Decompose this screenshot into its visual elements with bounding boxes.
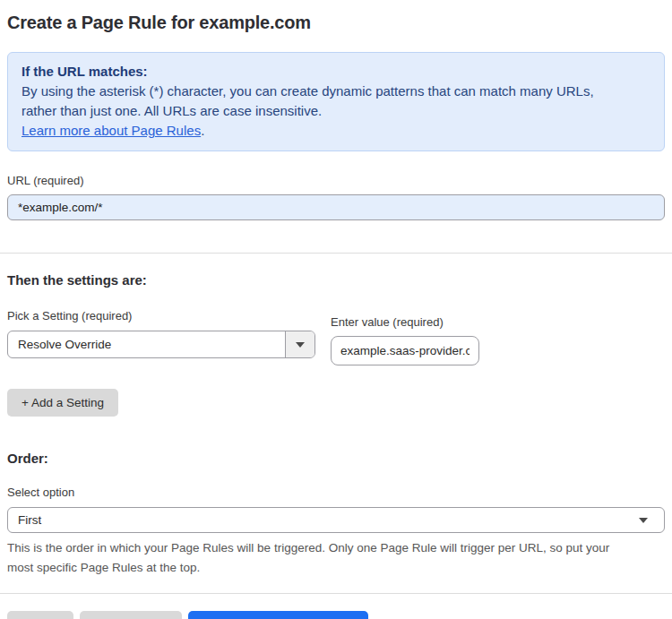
info-box-body-line2: rather than just one. All URLs are case … (22, 101, 650, 121)
order-section-heading: Order: (7, 451, 665, 467)
info-box-body-line1: By using the asterisk (*) character, you… (22, 82, 650, 101)
url-matches-info-box: If the URL matches: By using the asteris… (7, 52, 665, 151)
footer-button-row: Cancel Save as Draft Save and Deploy Pag… (7, 611, 665, 619)
order-selected-value: First (18, 513, 41, 527)
add-setting-button[interactable]: + Add a Setting (7, 389, 118, 417)
url-field-label: URL (required) (7, 174, 665, 188)
order-help-line2: most specific Page Rules at the top. (7, 558, 665, 578)
pick-setting-dropdown[interactable]: Resolve Override (7, 331, 315, 358)
pick-setting-dropdown-button[interactable] (285, 331, 314, 357)
pick-setting-label: Pick a Setting (required) (7, 309, 315, 323)
enter-value-column: Enter value (required) (331, 309, 479, 365)
order-help-text: This is the order in which your Page Rul… (7, 538, 665, 578)
order-help-line1: This is the order in which your Page Rul… (7, 538, 665, 558)
save-and-deploy-button[interactable]: Save and Deploy Page Rule (188, 611, 369, 619)
save-as-draft-button[interactable]: Save as Draft (80, 611, 182, 619)
enter-value-label: Enter value (required) (331, 315, 479, 330)
divider-top (0, 253, 672, 254)
chevron-down-icon (296, 342, 305, 348)
info-box-heading: If the URL matches: (22, 62, 650, 82)
learn-more-link[interactable]: Learn more about Page Rules (22, 123, 201, 138)
link-period: . (201, 123, 204, 138)
order-select-label: Select option (7, 486, 665, 500)
pick-setting-selected-value: Resolve Override (8, 331, 285, 357)
pick-setting-column: Pick a Setting (required) Resolve Overri… (7, 309, 315, 358)
order-dropdown[interactable]: First (7, 507, 665, 533)
create-page-rule-form: Create a Page Rule for example.com If th… (0, 12, 672, 619)
page-title: Create a Page Rule for example.com (7, 12, 665, 33)
settings-section-heading: Then the settings are: (7, 272, 665, 288)
url-input[interactable] (7, 194, 665, 220)
setting-value-input[interactable] (331, 336, 479, 365)
cancel-button[interactable]: Cancel (7, 611, 73, 619)
info-box-link-line: Learn more about Page Rules. (22, 121, 650, 141)
divider-bottom (0, 593, 672, 594)
chevron-down-icon (639, 518, 648, 523)
setting-row: Pick a Setting (required) Resolve Overri… (7, 309, 665, 365)
